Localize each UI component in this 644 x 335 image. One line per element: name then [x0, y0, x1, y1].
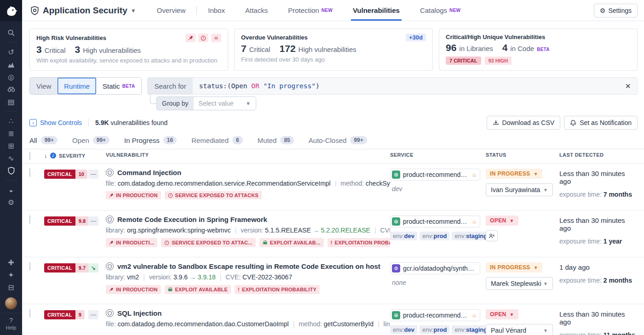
infrastructure-icon[interactable]: ∴	[0, 115, 22, 127]
tab-attacks[interactable]: Attacks	[235, 0, 278, 21]
filter-bar: View Runtime Static BETA Search for stat…	[22, 71, 644, 95]
row-checkbox[interactable]	[29, 215, 30, 224]
status-badge[interactable]: OPEN▼	[486, 309, 518, 319]
tab-catalogs[interactable]: CatalogsNEW	[410, 0, 471, 21]
service-pill[interactable]: ⊕ product-recommendation ♨	[390, 309, 480, 321]
risk-badges: IN PRODUCTION ☠EXPLOIT AVAILABLE !EXPLOI…	[106, 285, 390, 294]
traces-icon[interactable]: ≣	[0, 127, 22, 140]
workspaces-icon[interactable]: ⊟	[0, 281, 22, 294]
info-icon[interactable]: i	[50, 153, 56, 159]
skull-icon: ☠	[211, 34, 221, 42]
help-button[interactable]: ? Help	[0, 313, 22, 332]
vulnerability-shield-icon	[106, 216, 114, 223]
status-tab-open[interactable]: Open99+	[72, 136, 109, 144]
env-tag[interactable]: env:staging	[452, 232, 490, 240]
card-title: Critical/High Unique Vulnerabilities	[446, 34, 545, 40]
metrics-icon[interactable]	[0, 58, 22, 71]
row-checkbox[interactable]	[29, 262, 30, 271]
severity-badge[interactable]: CRITICAL9.8	[44, 216, 89, 226]
env-tag[interactable]: env:dev	[390, 232, 417, 240]
status-tab-auto-closed[interactable]: Auto-Closed99+	[309, 136, 367, 144]
count-pill: 85	[280, 136, 293, 144]
tab-vulnerabilities[interactable]: Vulnerabilities	[343, 0, 410, 21]
service-pill[interactable]: ⊕ product-recommendation ♨	[390, 169, 480, 181]
env-tag[interactable]: env:prod	[420, 325, 449, 334]
assignee-select[interactable]: Marek Steplewski▼	[486, 277, 553, 290]
critical-pill[interactable]: 7 CRITICAL	[446, 57, 481, 65]
apm-icon[interactable]	[0, 83, 22, 96]
recent-history-icon[interactable]: ↺	[0, 46, 22, 58]
vulnerability-title[interactable]: Command Injection	[106, 169, 390, 176]
rum-icon[interactable]: ⊞	[0, 140, 22, 152]
env-tag[interactable]: env:dev	[390, 325, 417, 334]
service-pill[interactable]: ⊕ product-recommendation ♨	[390, 216, 480, 227]
user-avatar[interactable]	[5, 297, 17, 309]
group-by-select[interactable]: Select value ▼	[194, 97, 256, 110]
search-icon[interactable]	[0, 27, 22, 39]
status-tab-muted[interactable]: Muted85	[258, 136, 294, 144]
integrations-icon[interactable]: ✚	[0, 256, 22, 269]
logs-icon[interactable]: ▤	[0, 96, 22, 108]
count-pill: 16	[163, 136, 177, 144]
status-badge[interactable]: OPEN▼	[486, 216, 518, 226]
vulnerability-title[interactable]: Remote Code Execution in Spring Framewor…	[106, 216, 390, 223]
view-toggle: View Runtime Static BETA	[29, 77, 142, 95]
gear-icon: ⚙	[600, 7, 606, 14]
column-service[interactable]: SERVICE	[390, 152, 486, 158]
assign-user-button[interactable]	[486, 230, 498, 241]
vulnerability-title[interactable]: vm2 vulnerable to Sandbox Escape resulti…	[106, 262, 390, 270]
vulnerability-shield-icon	[106, 262, 114, 270]
assignee-select[interactable]: Ivan Suryawinata▼	[486, 183, 553, 196]
status-tab-in-progress[interactable]: In Progress16	[124, 136, 177, 144]
service-map-icon[interactable]: ∿	[0, 152, 22, 165]
view-option-static[interactable]: Static BETA	[96, 78, 141, 94]
column-vulnerability[interactable]: VULNERABILITY	[106, 152, 390, 158]
ai-assistant-icon[interactable]: ✦	[0, 269, 22, 281]
high-pill[interactable]: 93 HIGH	[485, 57, 512, 65]
tab-inbox[interactable]: Inbox	[198, 0, 235, 21]
column-severity[interactable]: SEVERITY	[59, 153, 86, 159]
monitors-icon[interactable]: ⚙	[0, 196, 22, 209]
status-tab-remediated[interactable]: Remediated6	[191, 136, 243, 144]
alert-circle-icon	[168, 193, 173, 198]
set-notification-button[interactable]: Set as Notification	[564, 116, 638, 130]
sort-descending-icon[interactable]: ↓	[44, 152, 47, 159]
tab-protection[interactable]: ProtectionNEW	[278, 0, 343, 21]
env-tag[interactable]: env:staging	[452, 325, 490, 334]
show-controls-button[interactable]: › Show Controls	[29, 119, 82, 126]
clear-search-icon[interactable]: ×	[619, 78, 637, 94]
download-csv-button[interactable]: Download as CSV	[487, 116, 561, 130]
tab-overview[interactable]: Overview	[147, 0, 196, 21]
column-last-detected[interactable]: LAST DETECTED	[559, 152, 637, 158]
summary-cards: High Risk Vulnerabilities ☠ 3 Critical 3…	[22, 21, 644, 71]
status-badge[interactable]: IN PROGRESS▼	[486, 169, 542, 179]
env-tag[interactable]: env:prod	[420, 232, 449, 240]
settings-button[interactable]: ⚙ Settings	[594, 4, 638, 17]
assignee-select[interactable]: Paul Vénard▼	[486, 324, 553, 335]
card-overdue[interactable]: Overdue Vulnerabilities +30d 7 Critical …	[234, 28, 433, 71]
view-option-runtime[interactable]: Runtime	[58, 78, 96, 94]
column-status[interactable]: STATUS	[486, 152, 559, 158]
status-badge[interactable]: IN PROGRESS▼	[486, 262, 542, 273]
status-tab-all[interactable]: All99+	[29, 136, 58, 144]
card-unique-vulns[interactable]: Critical/High Unique Vulnerabilities 96 …	[439, 28, 638, 71]
datadog-logo[interactable]	[0, 0, 22, 21]
service-pill[interactable]: ⚙ gcr.io/datadoghq/synthetics-...	[390, 262, 480, 274]
search-query-input[interactable]: status:(Open OR "In progress")	[193, 78, 619, 94]
java-icon: ♨	[472, 172, 477, 178]
severity-badge[interactable]: CRITICAL10	[44, 170, 87, 179]
product-switcher[interactable]: Application Security ▾	[30, 0, 135, 21]
rocket-icon	[109, 287, 114, 292]
row-checkbox[interactable]	[29, 168, 30, 177]
row-checkbox[interactable]	[29, 309, 30, 318]
select-all-checkbox[interactable]	[29, 152, 30, 160]
dashboards-icon[interactable]: ◒	[0, 184, 22, 196]
connector-line	[150, 94, 156, 104]
severity-badge[interactable]: CRITICAL9.7	[44, 263, 89, 273]
beta-badge: BETA	[122, 84, 135, 89]
watchdog-icon[interactable]: ◎	[0, 71, 22, 83]
card-high-risk[interactable]: High Risk Vulnerabilities ☠ 3 Critical 3…	[29, 28, 228, 71]
security-shield-icon[interactable]	[0, 165, 22, 177]
vulnerability-title[interactable]: SQL Injection	[106, 309, 390, 317]
severity-badge[interactable]: CRITICAL9	[44, 310, 85, 319]
